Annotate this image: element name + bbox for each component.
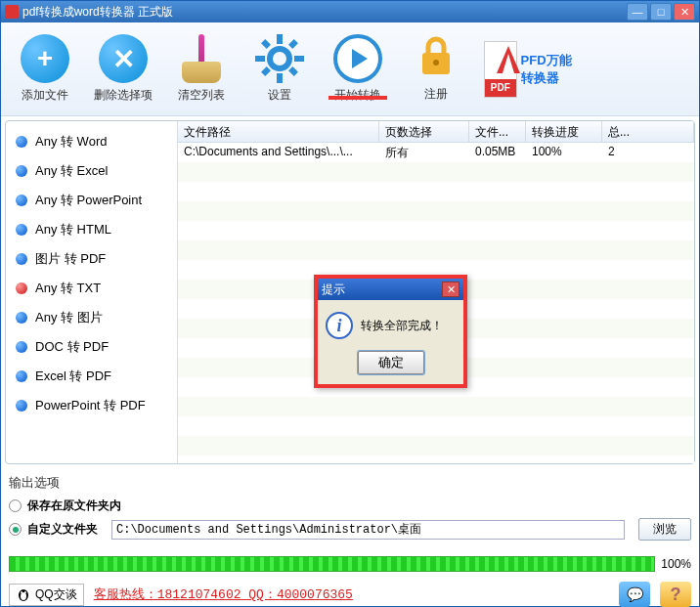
add-file-button[interactable]: + 添加文件 [15,34,75,104]
info-icon: i [326,312,353,339]
bullet-icon [16,341,27,353]
output-path-input[interactable] [111,520,625,540]
svg-rect-7 [288,39,298,49]
progress-text: 100% [661,557,691,571]
svg-rect-2 [277,73,283,83]
lock-icon [415,35,458,82]
maximize-button[interactable]: □ [650,3,672,21]
bullet-icon [16,370,27,382]
start-convert-button[interactable]: 开始转换 [328,34,388,104]
bullet-icon [16,253,27,265]
bullet-icon [16,224,27,236]
svg-rect-6 [288,66,298,76]
minimize-button[interactable]: — [627,3,648,21]
bullet-icon [16,400,27,412]
table-row[interactable]: C:\Documents and Settings\...\... 所有 0.0… [178,143,694,162]
svg-point-12 [21,592,26,600]
sidebar-item-7[interactable]: DOC 转 PDF [6,332,177,362]
sidebar-item-0[interactable]: Any 转 Word [6,127,177,156]
gear-icon [255,34,304,83]
sidebar-item-1[interactable]: Any 转 Excel [6,156,177,186]
sidebar-item-2[interactable]: Any 转 PowerPoint [6,186,177,215]
table-header: 文件路径 页数选择 文件... 转换进度 总... [178,121,694,143]
broom-icon [180,34,223,83]
sidebar-item-5[interactable]: Any 转 TXT [6,274,177,303]
svg-rect-1 [277,34,283,44]
svg-point-10 [433,60,439,65]
play-icon [333,34,382,83]
browse-button[interactable]: 浏览 [638,518,691,541]
sidebar-item-8[interactable]: Excel 转 PDF [6,362,177,391]
svg-rect-5 [261,39,271,49]
sidebar-item-9[interactable]: PowerPoint 转 PDF [6,391,177,420]
penguin-icon [16,586,31,602]
svg-rect-3 [255,56,265,62]
bullet-icon [16,195,27,206]
sidebar-item-4[interactable]: 图片 转 PDF [6,244,177,274]
message-dialog: 提示 ✕ i 转换全部完成！ 确定 [314,275,467,388]
register-button[interactable]: 注册 [406,35,466,103]
qq-chat-button[interactable]: QQ交谈 [9,584,84,606]
dialog-title: 提示 [322,282,442,298]
dialog-close-button[interactable]: ✕ [442,282,459,297]
svg-rect-4 [294,56,304,62]
svg-rect-8 [261,66,271,76]
svg-point-0 [270,49,289,68]
feedback-icon[interactable]: 💬 [619,582,650,607]
hotline-link[interactable]: 客服热线：18121074602 QQ：4000076365 [94,585,353,603]
dialog-message: 转换全部完成！ [361,318,443,334]
save-original-label: 保存在原文件夹内 [27,498,121,514]
app-icon [5,5,19,19]
window-title: pdf转换成word转换器 正式版 [22,4,627,21]
dialog-ok-button[interactable]: 确定 [358,351,424,374]
bullet-icon [16,136,27,148]
output-options-header: 输出选项 [9,474,691,492]
custom-folder-radio[interactable] [9,523,22,536]
bullet-icon [16,165,27,177]
save-original-radio[interactable] [9,499,22,512]
format-sidebar: Any 转 WordAny 转 ExcelAny 转 PowerPointAny… [6,121,178,463]
highlight-underline [328,96,387,100]
sidebar-item-3[interactable]: Any 转 HTML [6,215,177,244]
bullet-icon [16,312,27,324]
plus-icon: + [21,34,69,83]
sidebar-item-6[interactable]: Any 转 图片 [6,303,177,332]
delete-selection-button[interactable]: ✕ 删除选择项 [93,34,153,104]
bullet-icon [16,282,27,294]
close-button[interactable]: ✕ [674,3,695,21]
progress-bar [9,556,655,572]
x-icon: ✕ [99,34,148,83]
settings-button[interactable]: 设置 [249,34,310,104]
svg-point-13 [21,591,22,593]
clear-list-button[interactable]: 清空列表 [171,34,232,104]
help-icon[interactable]: ? [660,582,691,607]
custom-folder-label: 自定义文件夹 [27,521,98,538]
svg-point-14 [24,591,26,593]
brand-logo: PDF PFD万能转换器 [484,41,582,98]
